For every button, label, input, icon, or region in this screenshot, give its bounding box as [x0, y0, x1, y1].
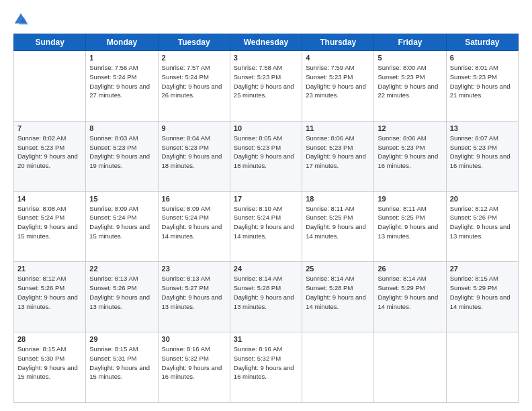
day-info: Sunrise: 8:15 AM Sunset: 5:31 PM Dayligh… [89, 345, 154, 381]
day-info: Sunrise: 7:58 AM Sunset: 5:23 PM Dayligh… [234, 63, 298, 100]
day-info: Sunrise: 8:07 AM Sunset: 5:23 PM Dayligh… [450, 134, 515, 171]
sunset: Sunset: 5:23 PM [234, 73, 281, 81]
sunrise: Sunrise: 8:00 AM [378, 64, 426, 71]
sunrise: Sunrise: 8:13 AM [89, 275, 138, 282]
logo-icon [13, 12, 28, 27]
day-info: Sunrise: 8:14 AM Sunset: 5:29 PM Dayligh… [378, 274, 442, 311]
day-number: 21 [17, 265, 82, 273]
sunrise: Sunrise: 8:03 AM [89, 134, 138, 142]
daylight: Daylight: 9 hours and 15 minutes. [17, 223, 78, 240]
day-info: Sunrise: 8:06 AM Sunset: 5:23 PM Dayligh… [378, 134, 442, 171]
day-info: Sunrise: 8:15 AM Sunset: 5:30 PM Dayligh… [17, 345, 82, 381]
calendar-cell: 16 Sunrise: 8:09 AM Sunset: 5:24 PM Dayl… [158, 191, 230, 262]
calendar-week-row: 21 Sunrise: 8:12 AM Sunset: 5:26 PM Dayl… [14, 262, 519, 332]
sunset: Sunset: 5:24 PM [89, 73, 136, 81]
calendar-cell: 10 Sunrise: 8:05 AM Sunset: 5:23 PM Dayl… [230, 121, 302, 191]
day-number: 16 [162, 195, 226, 203]
calendar-cell: 8 Sunrise: 8:03 AM Sunset: 5:23 PM Dayli… [86, 121, 158, 191]
sunset: Sunset: 5:24 PM [162, 73, 209, 81]
day-number: 14 [17, 195, 82, 203]
sunset: Sunset: 5:23 PM [162, 144, 209, 151]
day-number: 31 [234, 335, 298, 343]
calendar-cell: 15 Sunrise: 8:09 AM Sunset: 5:24 PM Dayl… [86, 191, 158, 262]
sunrise: Sunrise: 8:14 AM [306, 275, 354, 282]
day-number: 1 [89, 54, 154, 62]
calendar-cell: 28 Sunrise: 8:15 AM Sunset: 5:30 PM Dayl… [14, 332, 86, 403]
calendar-cell: 26 Sunrise: 8:14 AM Sunset: 5:29 PM Dayl… [374, 262, 446, 332]
day-info: Sunrise: 8:02 AM Sunset: 5:23 PM Dayligh… [17, 134, 82, 171]
daylight: Daylight: 9 hours and 22 minutes. [378, 83, 438, 99]
col-header-sunday: Sunday [14, 34, 86, 51]
sunset: Sunset: 5:23 PM [378, 73, 425, 81]
sunset: Sunset: 5:23 PM [17, 144, 64, 151]
day-number: 17 [234, 195, 298, 203]
sunset: Sunset: 5:23 PM [450, 73, 497, 81]
day-number: 27 [450, 265, 515, 273]
daylight: Daylight: 9 hours and 23 minutes. [306, 83, 366, 99]
day-number: 19 [378, 195, 442, 203]
day-info: Sunrise: 8:13 AM Sunset: 5:26 PM Dayligh… [89, 274, 154, 311]
calendar-cell: 9 Sunrise: 8:04 AM Sunset: 5:23 PM Dayli… [158, 121, 230, 191]
day-number: 29 [89, 335, 154, 343]
sunrise: Sunrise: 8:14 AM [234, 275, 282, 282]
sunrise: Sunrise: 8:06 AM [378, 134, 426, 142]
calendar-cell: 4 Sunrise: 7:59 AM Sunset: 5:23 PM Dayli… [302, 51, 374, 122]
sunrise: Sunrise: 8:16 AM [234, 345, 282, 353]
day-number: 23 [162, 265, 226, 273]
day-number: 13 [450, 124, 515, 132]
sunrise: Sunrise: 8:04 AM [162, 134, 210, 142]
calendar-week-row: 1 Sunrise: 7:56 AM Sunset: 5:24 PM Dayli… [14, 51, 519, 122]
day-number: 8 [89, 124, 154, 132]
day-number: 9 [162, 124, 226, 132]
day-number: 24 [234, 265, 298, 273]
calendar-cell: 18 Sunrise: 8:11 AM Sunset: 5:25 PM Dayl… [302, 191, 374, 262]
day-info: Sunrise: 8:09 AM Sunset: 5:24 PM Dayligh… [162, 204, 226, 241]
day-info: Sunrise: 8:11 AM Sunset: 5:25 PM Dayligh… [306, 204, 370, 241]
calendar-cell: 31 Sunrise: 8:16 AM Sunset: 5:32 PM Dayl… [230, 332, 302, 403]
sunset: Sunset: 5:27 PM [162, 284, 209, 291]
sunrise: Sunrise: 7:56 AM [89, 64, 138, 71]
col-header-wednesday: Wednesday [230, 34, 302, 51]
sunrise: Sunrise: 7:59 AM [306, 64, 354, 71]
day-info: Sunrise: 8:05 AM Sunset: 5:23 PM Dayligh… [234, 134, 298, 171]
daylight: Daylight: 9 hours and 15 minutes. [17, 364, 78, 381]
calendar-cell: 6 Sunrise: 8:01 AM Sunset: 5:23 PM Dayli… [446, 51, 518, 122]
day-number: 6 [450, 54, 515, 62]
sunset: Sunset: 5:28 PM [234, 284, 281, 291]
sunrise: Sunrise: 8:09 AM [162, 205, 210, 212]
calendar-cell: 12 Sunrise: 8:06 AM Sunset: 5:23 PM Dayl… [374, 121, 446, 191]
calendar-cell: 21 Sunrise: 8:12 AM Sunset: 5:26 PM Dayl… [14, 262, 86, 332]
day-info: Sunrise: 8:04 AM Sunset: 5:23 PM Dayligh… [162, 134, 226, 171]
sunrise: Sunrise: 8:15 AM [89, 345, 138, 353]
daylight: Daylight: 9 hours and 13 minutes. [234, 293, 294, 310]
day-info: Sunrise: 8:09 AM Sunset: 5:24 PM Dayligh… [89, 204, 154, 241]
daylight: Daylight: 9 hours and 13 minutes. [162, 293, 222, 310]
sunrise: Sunrise: 8:10 AM [234, 205, 282, 212]
daylight: Daylight: 9 hours and 27 minutes. [89, 83, 150, 99]
daylight: Daylight: 9 hours and 15 minutes. [89, 223, 150, 240]
calendar-cell: 1 Sunrise: 7:56 AM Sunset: 5:24 PM Dayli… [86, 51, 158, 122]
day-number: 15 [89, 195, 154, 203]
col-header-saturday: Saturday [446, 34, 518, 51]
daylight: Daylight: 9 hours and 26 minutes. [162, 83, 222, 99]
daylight: Daylight: 9 hours and 16 minutes. [162, 364, 222, 381]
day-info: Sunrise: 8:13 AM Sunset: 5:27 PM Dayligh… [162, 274, 226, 311]
day-info: Sunrise: 8:14 AM Sunset: 5:28 PM Dayligh… [234, 274, 298, 311]
sunrise: Sunrise: 7:58 AM [234, 64, 282, 71]
calendar-table: SundayMondayTuesdayWednesdayThursdayFrid… [13, 34, 519, 403]
daylight: Daylight: 9 hours and 14 minutes. [234, 223, 294, 240]
sunrise: Sunrise: 8:07 AM [450, 134, 498, 142]
daylight: Daylight: 9 hours and 18 minutes. [234, 152, 294, 169]
day-info: Sunrise: 8:01 AM Sunset: 5:23 PM Dayligh… [450, 63, 515, 100]
daylight: Daylight: 9 hours and 16 minutes. [450, 152, 511, 169]
sunrise: Sunrise: 8:11 AM [306, 205, 354, 212]
calendar-cell [446, 332, 518, 403]
sunset: Sunset: 5:32 PM [234, 355, 281, 362]
sunset: Sunset: 5:23 PM [378, 144, 425, 151]
sunrise: Sunrise: 8:12 AM [450, 205, 498, 212]
sunset: Sunset: 5:26 PM [450, 214, 497, 221]
sunset: Sunset: 5:25 PM [378, 214, 425, 221]
daylight: Daylight: 9 hours and 16 minutes. [378, 152, 438, 169]
day-number: 28 [17, 335, 82, 343]
calendar-cell: 19 Sunrise: 8:11 AM Sunset: 5:25 PM Dayl… [374, 191, 446, 262]
